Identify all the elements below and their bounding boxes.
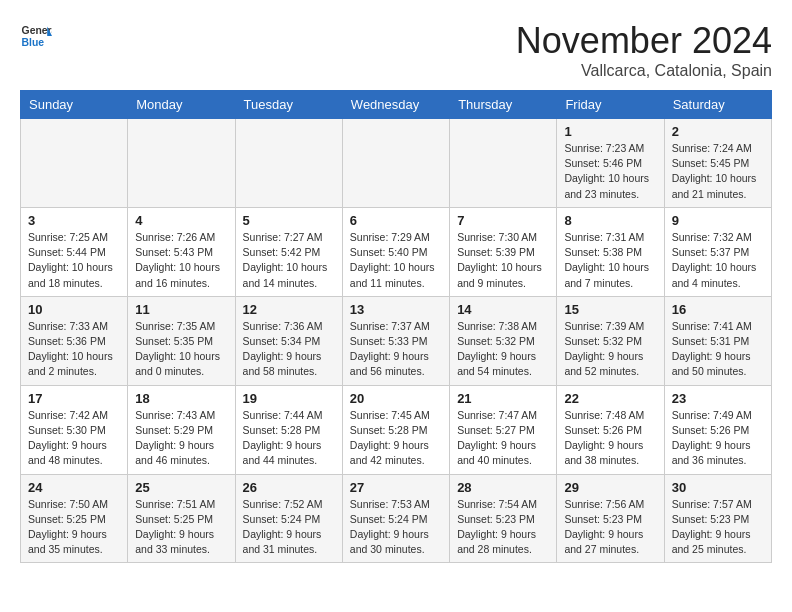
day-info: Sunrise: 7:54 AM Sunset: 5:23 PM Dayligh… [457, 497, 549, 558]
column-header-thursday: Thursday [450, 91, 557, 119]
day-cell [128, 119, 235, 208]
day-info: Sunrise: 7:43 AM Sunset: 5:29 PM Dayligh… [135, 408, 227, 469]
day-number: 24 [28, 480, 120, 495]
day-info: Sunrise: 7:31 AM Sunset: 5:38 PM Dayligh… [564, 230, 656, 291]
day-info: Sunrise: 7:57 AM Sunset: 5:23 PM Dayligh… [672, 497, 764, 558]
column-header-sunday: Sunday [21, 91, 128, 119]
day-info: Sunrise: 7:48 AM Sunset: 5:26 PM Dayligh… [564, 408, 656, 469]
day-number: 17 [28, 391, 120, 406]
day-number: 15 [564, 302, 656, 317]
day-cell: 5Sunrise: 7:27 AM Sunset: 5:42 PM Daylig… [235, 207, 342, 296]
day-cell: 18Sunrise: 7:43 AM Sunset: 5:29 PM Dayli… [128, 385, 235, 474]
column-header-tuesday: Tuesday [235, 91, 342, 119]
day-cell: 26Sunrise: 7:52 AM Sunset: 5:24 PM Dayli… [235, 474, 342, 563]
day-number: 29 [564, 480, 656, 495]
day-cell: 16Sunrise: 7:41 AM Sunset: 5:31 PM Dayli… [664, 296, 771, 385]
day-info: Sunrise: 7:24 AM Sunset: 5:45 PM Dayligh… [672, 141, 764, 202]
day-cell: 10Sunrise: 7:33 AM Sunset: 5:36 PM Dayli… [21, 296, 128, 385]
day-number: 5 [243, 213, 335, 228]
column-header-monday: Monday [128, 91, 235, 119]
day-number: 2 [672, 124, 764, 139]
day-number: 8 [564, 213, 656, 228]
day-info: Sunrise: 7:49 AM Sunset: 5:26 PM Dayligh… [672, 408, 764, 469]
day-cell: 27Sunrise: 7:53 AM Sunset: 5:24 PM Dayli… [342, 474, 449, 563]
week-row-1: 1Sunrise: 7:23 AM Sunset: 5:46 PM Daylig… [21, 119, 772, 208]
day-info: Sunrise: 7:26 AM Sunset: 5:43 PM Dayligh… [135, 230, 227, 291]
day-number: 12 [243, 302, 335, 317]
day-info: Sunrise: 7:42 AM Sunset: 5:30 PM Dayligh… [28, 408, 120, 469]
day-number: 20 [350, 391, 442, 406]
day-number: 13 [350, 302, 442, 317]
day-cell: 1Sunrise: 7:23 AM Sunset: 5:46 PM Daylig… [557, 119, 664, 208]
day-number: 11 [135, 302, 227, 317]
day-cell: 25Sunrise: 7:51 AM Sunset: 5:25 PM Dayli… [128, 474, 235, 563]
day-cell: 9Sunrise: 7:32 AM Sunset: 5:37 PM Daylig… [664, 207, 771, 296]
week-row-5: 24Sunrise: 7:50 AM Sunset: 5:25 PM Dayli… [21, 474, 772, 563]
day-cell [450, 119, 557, 208]
day-info: Sunrise: 7:45 AM Sunset: 5:28 PM Dayligh… [350, 408, 442, 469]
day-info: Sunrise: 7:36 AM Sunset: 5:34 PM Dayligh… [243, 319, 335, 380]
day-cell: 29Sunrise: 7:56 AM Sunset: 5:23 PM Dayli… [557, 474, 664, 563]
day-cell [21, 119, 128, 208]
day-cell: 24Sunrise: 7:50 AM Sunset: 5:25 PM Dayli… [21, 474, 128, 563]
day-number: 23 [672, 391, 764, 406]
day-number: 25 [135, 480, 227, 495]
week-row-3: 10Sunrise: 7:33 AM Sunset: 5:36 PM Dayli… [21, 296, 772, 385]
day-cell: 14Sunrise: 7:38 AM Sunset: 5:32 PM Dayli… [450, 296, 557, 385]
day-info: Sunrise: 7:52 AM Sunset: 5:24 PM Dayligh… [243, 497, 335, 558]
day-info: Sunrise: 7:44 AM Sunset: 5:28 PM Dayligh… [243, 408, 335, 469]
day-cell: 17Sunrise: 7:42 AM Sunset: 5:30 PM Dayli… [21, 385, 128, 474]
day-cell: 15Sunrise: 7:39 AM Sunset: 5:32 PM Dayli… [557, 296, 664, 385]
day-cell: 12Sunrise: 7:36 AM Sunset: 5:34 PM Dayli… [235, 296, 342, 385]
column-header-wednesday: Wednesday [342, 91, 449, 119]
day-info: Sunrise: 7:35 AM Sunset: 5:35 PM Dayligh… [135, 319, 227, 380]
column-header-friday: Friday [557, 91, 664, 119]
day-info: Sunrise: 7:27 AM Sunset: 5:42 PM Dayligh… [243, 230, 335, 291]
day-number: 7 [457, 213, 549, 228]
month-title: November 2024 [516, 20, 772, 62]
day-cell: 2Sunrise: 7:24 AM Sunset: 5:45 PM Daylig… [664, 119, 771, 208]
day-cell [342, 119, 449, 208]
day-number: 4 [135, 213, 227, 228]
page-header: General Blue November 2024 Vallcarca, Ca… [20, 20, 772, 80]
day-cell: 30Sunrise: 7:57 AM Sunset: 5:23 PM Dayli… [664, 474, 771, 563]
day-number: 16 [672, 302, 764, 317]
day-info: Sunrise: 7:41 AM Sunset: 5:31 PM Dayligh… [672, 319, 764, 380]
day-cell: 28Sunrise: 7:54 AM Sunset: 5:23 PM Dayli… [450, 474, 557, 563]
day-info: Sunrise: 7:47 AM Sunset: 5:27 PM Dayligh… [457, 408, 549, 469]
day-info: Sunrise: 7:38 AM Sunset: 5:32 PM Dayligh… [457, 319, 549, 380]
day-info: Sunrise: 7:39 AM Sunset: 5:32 PM Dayligh… [564, 319, 656, 380]
day-number: 21 [457, 391, 549, 406]
day-number: 30 [672, 480, 764, 495]
day-cell: 13Sunrise: 7:37 AM Sunset: 5:33 PM Dayli… [342, 296, 449, 385]
day-number: 14 [457, 302, 549, 317]
day-info: Sunrise: 7:23 AM Sunset: 5:46 PM Dayligh… [564, 141, 656, 202]
svg-text:Blue: Blue [22, 37, 45, 48]
day-number: 28 [457, 480, 549, 495]
day-info: Sunrise: 7:25 AM Sunset: 5:44 PM Dayligh… [28, 230, 120, 291]
day-cell: 8Sunrise: 7:31 AM Sunset: 5:38 PM Daylig… [557, 207, 664, 296]
day-info: Sunrise: 7:29 AM Sunset: 5:40 PM Dayligh… [350, 230, 442, 291]
day-info: Sunrise: 7:53 AM Sunset: 5:24 PM Dayligh… [350, 497, 442, 558]
day-cell: 6Sunrise: 7:29 AM Sunset: 5:40 PM Daylig… [342, 207, 449, 296]
location-title: Vallcarca, Catalonia, Spain [516, 62, 772, 80]
day-number: 1 [564, 124, 656, 139]
day-cell: 3Sunrise: 7:25 AM Sunset: 5:44 PM Daylig… [21, 207, 128, 296]
day-info: Sunrise: 7:32 AM Sunset: 5:37 PM Dayligh… [672, 230, 764, 291]
day-number: 26 [243, 480, 335, 495]
day-info: Sunrise: 7:33 AM Sunset: 5:36 PM Dayligh… [28, 319, 120, 380]
day-cell: 21Sunrise: 7:47 AM Sunset: 5:27 PM Dayli… [450, 385, 557, 474]
week-row-4: 17Sunrise: 7:42 AM Sunset: 5:30 PM Dayli… [21, 385, 772, 474]
day-info: Sunrise: 7:50 AM Sunset: 5:25 PM Dayligh… [28, 497, 120, 558]
header-row: SundayMondayTuesdayWednesdayThursdayFrid… [21, 91, 772, 119]
column-header-saturday: Saturday [664, 91, 771, 119]
day-cell [235, 119, 342, 208]
day-number: 18 [135, 391, 227, 406]
day-info: Sunrise: 7:30 AM Sunset: 5:39 PM Dayligh… [457, 230, 549, 291]
calendar-table: SundayMondayTuesdayWednesdayThursdayFrid… [20, 90, 772, 563]
day-number: 6 [350, 213, 442, 228]
day-cell: 20Sunrise: 7:45 AM Sunset: 5:28 PM Dayli… [342, 385, 449, 474]
day-number: 10 [28, 302, 120, 317]
day-cell: 11Sunrise: 7:35 AM Sunset: 5:35 PM Dayli… [128, 296, 235, 385]
logo-icon: General Blue [20, 20, 52, 52]
